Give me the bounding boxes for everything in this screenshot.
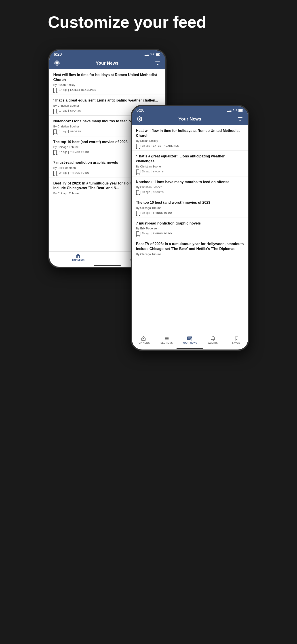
filter-icon-back[interactable] (154, 60, 161, 66)
time-back-1: | 1h ago | (58, 109, 69, 112)
headline-front-5: Best TV of 2023: In a tumultuous year fo… (136, 242, 244, 251)
page-title: Customize your feed (48, 14, 249, 31)
wifi-icon-front (233, 109, 237, 112)
time-front-1: | 1h ago | (141, 170, 152, 173)
tag-back-3: THINGS TO DO (70, 151, 89, 154)
news-item-front-4[interactable]: 7 must-read nonfiction graphic novels By… (132, 218, 248, 238)
time-back-0: | 1h ago | (58, 88, 69, 92)
bookmark-front-4[interactable] (136, 232, 139, 236)
meta-front-2: | 1h ago | SPORTS (136, 190, 244, 194)
byline-front-5: By Chicago Tribune (136, 252, 244, 256)
headline-back-0: Heat will flow in time for holidays at R… (53, 72, 161, 82)
gear-icon-back[interactable] (54, 60, 60, 66)
byline-front-1: By Christian Booher (136, 165, 244, 168)
nav-title-front: Your News (179, 116, 201, 122)
time-back-4: | 2h ago | (58, 171, 69, 174)
bookmark-front-0[interactable] (136, 144, 139, 148)
news-item-front-2[interactable]: Notebook: Lions have many mouths to feed… (132, 176, 248, 197)
bookmark-front-2[interactable] (136, 190, 139, 194)
status-icons-front: ▂▄ (227, 109, 243, 112)
tab-your-news-front[interactable]: YOUR NEWS (178, 336, 202, 344)
phone-front-screen: 6:20 ▂▄ (132, 106, 248, 350)
wifi-icon-back (150, 53, 154, 56)
tag-back-4: THINGS TO DO (70, 172, 89, 174)
battery-icon-front (239, 109, 243, 112)
byline-front-4: By Erik Pedersen (136, 227, 244, 230)
svg-rect-1 (156, 54, 159, 56)
meta-front-0: | 1h ago | LATEST HEADLINES (136, 144, 244, 148)
tag-front-0: LATEST HEADLINES (153, 144, 179, 147)
headline-front-2: Notebook: Lions have many mouths to feed… (136, 180, 244, 184)
tab-label-sections-front: SECTIONS (160, 342, 173, 344)
news-item-front-5[interactable]: Best TV of 2023: In a tumultuous year fo… (132, 238, 248, 260)
tag-back-0: LATEST HEADLINES (70, 88, 96, 91)
time-back: 6:20 (54, 52, 62, 57)
bookmark-back-4[interactable] (53, 171, 56, 175)
time-back-2: | 1h ago | (58, 130, 69, 133)
gear-icon-front[interactable] (137, 116, 143, 122)
signal-front: ▂▄ (227, 109, 232, 112)
phone-front: 6:20 ▂▄ (131, 105, 249, 351)
svg-rect-11 (239, 110, 242, 111)
tag-front-4: THINGS TO DO (153, 232, 172, 235)
tab-saved-front[interactable]: SAVED (225, 336, 248, 344)
tab-label-saved-front: SAVED (232, 342, 240, 344)
alerts-icon-front (211, 336, 215, 341)
tab-label-your-news-front: YOUR NEWS (182, 342, 197, 344)
status-icons-back: ▂▄ (145, 53, 161, 56)
byline-front-3: By Chicago Tribune (136, 206, 244, 210)
time-front: 6:20 (137, 108, 145, 113)
tag-front-2: SPORTS (153, 191, 164, 194)
tab-top-news-back[interactable]: TOP NEWS (49, 253, 107, 262)
bookmark-back-0[interactable] (53, 88, 56, 92)
bookmark-front-3[interactable] (136, 211, 139, 215)
headline-front-0: Heat will flow in time for holidays at R… (136, 128, 244, 138)
nav-title-back: Your News (96, 60, 119, 66)
yournews-icon-front (187, 336, 193, 341)
news-item-front-0[interactable]: Heat will flow in time for holidays at R… (132, 125, 248, 151)
byline-front-0: By Susan Smiley (136, 139, 244, 142)
headline-front-3: The top 10 best (and worst!) movies of 2… (136, 200, 244, 205)
home-icon-back (76, 253, 81, 258)
headline-back-1: 'That's a great equalizer': Lions antici… (53, 98, 161, 103)
tab-label-alerts-front: ALERTS (208, 342, 218, 344)
byline-front-2: By Christian Booher (136, 185, 244, 189)
time-back-3: | 1h ago | (58, 150, 69, 154)
tab-sections-front[interactable]: SECTIONS (155, 336, 178, 344)
meta-front-3: | 1h ago | THINGS TO DO (136, 211, 244, 215)
meta-front-1: | 1h ago | SPORTS (136, 170, 244, 174)
bookmark-back-2[interactable] (53, 130, 56, 134)
time-front-4: | 2h ago | (141, 232, 152, 235)
tag-front-3: THINGS TO DO (153, 212, 172, 214)
time-front-3: | 1h ago | (141, 211, 152, 214)
news-item-front-3[interactable]: The top 10 best (and worst!) movies of 2… (132, 197, 248, 218)
tab-alerts-front[interactable]: ALERTS (201, 336, 225, 344)
tag-front-1: SPORTS (153, 170, 164, 173)
news-feed-front: Heat will flow in time for holidays at R… (132, 125, 248, 334)
tab-top-news-front[interactable]: TOP NEWS (132, 336, 155, 344)
nav-bar-front: Your News (132, 114, 248, 125)
news-item-back-0[interactable]: Heat will flow in time for holidays at R… (49, 69, 165, 95)
filter-icon-front[interactable] (237, 116, 243, 122)
headline-front-1: 'That's a great equalizer': Lions antici… (136, 154, 244, 164)
news-item-front-1[interactable]: 'That's a great equalizer': Lions antici… (132, 151, 248, 176)
phones-container: 6:20 ▂▄ (48, 49, 249, 541)
saved-icon-front (234, 336, 238, 341)
time-front-0: | 1h ago | (141, 144, 152, 147)
bookmark-back-3[interactable] (53, 150, 56, 154)
tag-back-2: SPORTS (70, 130, 81, 133)
bookmark-back-1[interactable] (53, 109, 56, 113)
bookmark-front-1[interactable] (136, 170, 139, 174)
svg-point-9 (235, 112, 235, 112)
svg-point-12 (139, 118, 140, 120)
home-indicator-front (177, 348, 203, 349)
sections-icon-front (164, 336, 169, 341)
meta-front-4: | 2h ago | THINGS TO DO (136, 232, 244, 236)
byline-back-0: By Susan Smiley (53, 83, 161, 86)
tab-label-top-news-front: TOP NEWS (137, 342, 150, 344)
battery-icon-back (156, 53, 161, 56)
status-bar-back: 6:20 ▂▄ (49, 50, 165, 58)
time-front-2: | 1h ago | (141, 190, 152, 194)
svg-point-2 (56, 62, 58, 64)
nav-bar-back: Your News (49, 58, 165, 69)
